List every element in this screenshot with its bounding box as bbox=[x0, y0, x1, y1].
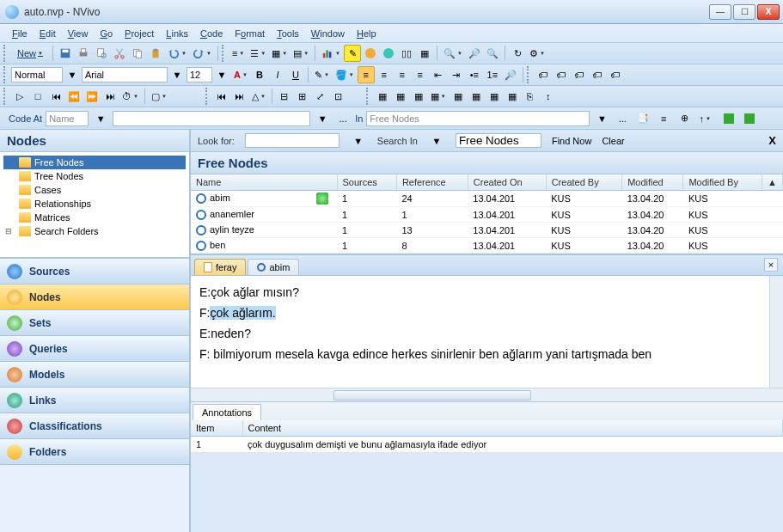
tree-item-tree-nodes[interactable]: Tree Nodes bbox=[3, 169, 186, 183]
rewind-icon[interactable]: ⏪ bbox=[65, 88, 83, 105]
forward-icon[interactable]: ⏩ bbox=[83, 88, 101, 105]
speed-icon[interactable]: ⏱▼ bbox=[119, 88, 141, 105]
code-name-input[interactable] bbox=[46, 111, 89, 126]
tree-item-free-nodes[interactable]: Free Nodes bbox=[3, 156, 186, 169]
scrollbar-horizontal[interactable] bbox=[191, 388, 783, 401]
options-icon[interactable]: ⚙▼ bbox=[527, 45, 547, 62]
annotation-row[interactable]: 1çok duygusalım demişti ve bunu ağlaması… bbox=[191, 437, 783, 453]
cut-icon[interactable] bbox=[111, 45, 128, 62]
last-icon[interactable]: ⏭ bbox=[101, 88, 119, 105]
align-left-icon[interactable]: ≡ bbox=[358, 66, 375, 83]
menu-file[interactable]: File bbox=[7, 26, 33, 41]
menu-links[interactable]: Links bbox=[161, 26, 193, 41]
menu-format[interactable]: Format bbox=[229, 26, 270, 41]
menu-window[interactable]: Window bbox=[306, 26, 350, 41]
table8-icon[interactable]: ▦ bbox=[504, 88, 521, 105]
menu-code[interactable]: Code bbox=[195, 26, 228, 41]
skip-back-icon[interactable]: ⏮ bbox=[213, 88, 230, 105]
underline-icon[interactable]: U bbox=[287, 66, 304, 83]
code-value-dropdown[interactable]: ▼ bbox=[314, 110, 331, 127]
scrollbar-vertical[interactable] bbox=[769, 276, 783, 388]
nav-sources[interactable]: Sources bbox=[0, 259, 189, 284]
close-button[interactable]: X bbox=[757, 4, 780, 20]
resize-icon[interactable]: ⤢ bbox=[312, 88, 329, 105]
nav-nodes[interactable]: Nodes bbox=[0, 284, 189, 310]
detail-icon[interactable]: ▤▼ bbox=[291, 45, 311, 62]
redo-icon[interactable]: ▼ bbox=[190, 45, 214, 62]
column-header[interactable]: Item bbox=[191, 420, 242, 437]
align-justify-icon[interactable]: ≡ bbox=[412, 66, 429, 83]
merge-icon[interactable]: ⊞ bbox=[294, 88, 311, 105]
undo-icon[interactable]: ▼ bbox=[165, 45, 189, 62]
copy-icon[interactable] bbox=[129, 45, 146, 62]
marker-orange-icon[interactable] bbox=[362, 45, 379, 62]
column-header[interactable]: Content bbox=[242, 420, 783, 437]
grid-icon[interactable]: ▦ bbox=[416, 45, 433, 62]
nav-links[interactable]: Links bbox=[0, 388, 189, 413]
table4-icon[interactable]: ▦▼ bbox=[428, 88, 449, 105]
table-exit-icon[interactable]: ⎘ bbox=[522, 88, 539, 105]
tab-feray[interactable]: feray bbox=[194, 259, 246, 275]
indent-icon[interactable]: ⇥ bbox=[448, 66, 465, 83]
zoom-out-icon[interactable]: 🔍 bbox=[484, 45, 501, 62]
list-icon[interactable]: ☰▼ bbox=[248, 45, 268, 62]
tag1-icon[interactable]: 🏷 bbox=[535, 66, 552, 83]
tree-item-search-folders[interactable]: Search Folders bbox=[3, 224, 186, 238]
stop-icon[interactable]: □ bbox=[29, 88, 46, 105]
save-icon[interactable] bbox=[57, 45, 74, 62]
size-select[interactable] bbox=[187, 67, 212, 83]
code-browse-button[interactable]: ... bbox=[334, 110, 352, 127]
code-name-dropdown[interactable]: ▼ bbox=[92, 110, 109, 127]
table6-icon[interactable]: ▦ bbox=[468, 88, 485, 105]
code-in-input[interactable] bbox=[366, 111, 590, 126]
shape-icon[interactable]: △▼ bbox=[249, 88, 268, 105]
nav-sets[interactable]: Sets bbox=[0, 310, 189, 336]
tag2-icon[interactable]: 🏷 bbox=[553, 66, 570, 83]
bold-icon[interactable]: B bbox=[251, 66, 268, 83]
refresh-icon[interactable]: ↻ bbox=[509, 45, 526, 62]
tree-item-relationships[interactable]: Relationships bbox=[3, 197, 186, 211]
column-header[interactable]: Modified By bbox=[683, 174, 762, 191]
column-header[interactable]: Reference bbox=[396, 174, 468, 191]
tabs-close-button[interactable]: × bbox=[764, 258, 778, 272]
code-apply-icon[interactable]: 📑 bbox=[634, 110, 651, 127]
toolbar-grip[interactable] bbox=[222, 45, 226, 62]
tree-item-matrices[interactable]: Matrices bbox=[3, 211, 186, 224]
find-icon[interactable]: 🔎 bbox=[502, 66, 519, 83]
look-for-dropdown[interactable]: ▼ bbox=[350, 132, 367, 150]
chart-icon[interactable]: ▼ bbox=[319, 45, 343, 62]
code-in-dropdown[interactable]: ▼ bbox=[593, 110, 610, 127]
nav-classifications[interactable]: Classifications bbox=[0, 413, 189, 439]
table-row[interactable]: ben1813.04.201KUS13.04.20KUS bbox=[191, 238, 783, 254]
toolbar-grip[interactable] bbox=[366, 88, 370, 105]
zoom-in-icon[interactable]: 🔎 bbox=[466, 45, 483, 62]
table-sort-icon[interactable]: ↕ bbox=[540, 88, 557, 105]
menu-help[interactable]: Help bbox=[352, 26, 382, 41]
align-right-icon[interactable]: ≡ bbox=[394, 66, 411, 83]
size-dropdown[interactable]: ▼ bbox=[213, 66, 230, 83]
align-center-icon[interactable]: ≡ bbox=[376, 66, 393, 83]
highlight-icon[interactable]: ✎▼ bbox=[312, 66, 332, 83]
bullets-icon[interactable]: •≡ bbox=[466, 66, 483, 83]
style-select[interactable] bbox=[11, 67, 63, 83]
align-left-icon[interactable]: ≡▼ bbox=[229, 45, 247, 62]
scroll-up[interactable]: ▲ bbox=[762, 174, 783, 191]
print-icon[interactable] bbox=[75, 45, 92, 62]
font-select[interactable] bbox=[82, 67, 168, 83]
code-node-icon[interactable]: ⊕ bbox=[676, 110, 693, 127]
code-green2-icon[interactable] bbox=[741, 110, 758, 127]
column-header[interactable]: Created On bbox=[468, 174, 546, 191]
fit-icon[interactable]: ⊡ bbox=[330, 88, 347, 105]
table1-icon[interactable]: ▦ bbox=[374, 88, 391, 105]
search-close-button[interactable]: X bbox=[768, 134, 776, 147]
toolbar-grip[interactable] bbox=[3, 66, 8, 83]
toolbar-grip[interactable] bbox=[3, 88, 8, 105]
tag5-icon[interactable]: 🏷 bbox=[607, 66, 624, 83]
view-icon[interactable]: ▦▼ bbox=[269, 45, 290, 62]
code-value-input[interactable] bbox=[113, 111, 310, 126]
numbering-icon[interactable]: 1≡ bbox=[484, 66, 501, 83]
code-in-browse[interactable]: ... bbox=[614, 110, 631, 127]
tag3-icon[interactable]: 🏷 bbox=[571, 66, 588, 83]
layout-icon[interactable]: ▯▯ bbox=[398, 45, 415, 62]
column-header[interactable]: Created By bbox=[546, 174, 621, 191]
